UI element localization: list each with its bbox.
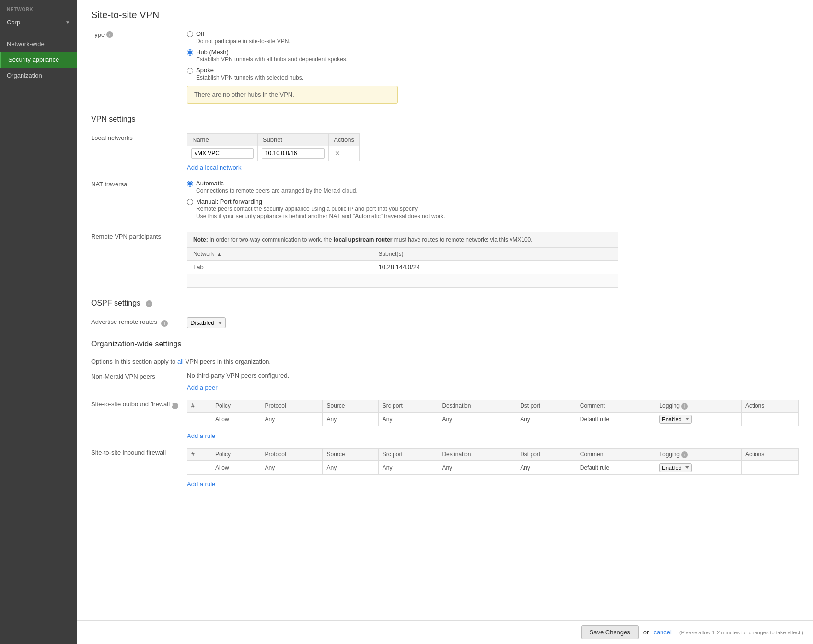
remote-vpn-section: Remote VPN participants Note: In order f… <box>91 232 799 288</box>
type-option-hub: Hub (Mesh) Establish VPN tunnels with al… <box>187 48 799 63</box>
sidebar-org-name: Corp <box>7 19 20 26</box>
fw-out-logging-select[interactable]: Enabled Disabled <box>659 415 692 424</box>
fw-in-policy: Allow <box>211 460 261 474</box>
local-networks-section: Local networks Name Subnet Actions <box>91 133 799 171</box>
ln-name-cell <box>187 146 258 161</box>
ospf-info-icon[interactable]: i <box>146 300 152 307</box>
fw-in-col-dstport: Dst port <box>516 448 576 460</box>
ln-name-input[interactable] <box>191 148 254 159</box>
vpn-empty-row <box>187 274 618 288</box>
nat-manual-desc2: Use this if your security appliance is b… <box>196 213 445 219</box>
table-row: Allow Any Any Any Any Any Default rule E… <box>187 460 799 474</box>
fw-out-logging-cell: Enabled Disabled <box>655 412 742 426</box>
nat-manual-label: Manual: Port forwarding <box>196 198 445 205</box>
fw-in-logging-select[interactable]: Enabled Disabled <box>659 463 692 472</box>
nat-manual-desc1: Remote peers contact the security applia… <box>196 206 445 212</box>
fw-out-policy: Allow <box>211 412 261 426</box>
outbound-fw-info-icon[interactable]: i <box>172 402 178 409</box>
sidebar-item-organization[interactable]: Organization <box>0 68 77 83</box>
non-meraki-vpn-content: No third-party VPN peers configured. Add… <box>187 372 799 391</box>
vpn-network-cell: Lab <box>187 261 372 274</box>
outbound-firewall-section: Site-to-site outbound firewall i # Polic… <box>91 400 799 439</box>
non-meraki-vpn-section: Non-Meraki VPN peers No third-party VPN … <box>91 372 799 391</box>
non-meraki-vpn-label: Non-Meraki VPN peers <box>91 372 187 391</box>
save-changes-button[interactable]: Save Changes <box>581 625 639 639</box>
main-content: Site-to-site VPN Type i Off Do not parti… <box>77 0 813 644</box>
fw-in-srcport: Any <box>378 460 438 474</box>
inbound-firewall-table: # Policy Protocol Source Src port Destin… <box>187 448 799 475</box>
fw-out-protocol: Any <box>261 412 323 426</box>
fw-in-actions <box>741 460 798 474</box>
inbound-firewall-content: # Policy Protocol Source Src port Destin… <box>187 448 799 488</box>
ospf-settings-header: OSPF settings i <box>91 299 799 310</box>
chevron-down-icon: ▼ <box>65 20 70 25</box>
vpn-col-network: Network ▲ <box>187 248 372 261</box>
local-networks-table: Name Subnet Actions ✕ <box>187 133 360 161</box>
all-text: all <box>177 358 184 365</box>
ln-col-name: Name <box>187 134 258 146</box>
ospf-advertise-label: Advertise remote routes i <box>91 317 187 328</box>
ln-remove-button[interactable]: ✕ <box>333 150 342 157</box>
add-peer-link[interactable]: Add a peer <box>187 384 218 391</box>
fw-out-col-protocol: Protocol <box>261 400 323 413</box>
local-networks-label: Local networks <box>91 133 187 171</box>
org-wide-settings-header: Organization-wide settings <box>91 340 799 351</box>
type-hub-radio[interactable] <box>187 49 193 56</box>
ospf-advertise-row: Disabled Enabled <box>187 317 799 328</box>
ln-subnet-input[interactable] <box>262 148 325 159</box>
or-text: or <box>643 629 649 636</box>
nat-automatic-radio[interactable] <box>187 181 193 187</box>
fw-in-dstport: Any <box>516 460 576 474</box>
remote-vpn-table: Network ▲ Subnet(s) Lab 10.28.144.0/24 <box>187 247 618 288</box>
fw-out-logging-info-icon[interactable]: i <box>681 403 688 410</box>
type-option-spoke: Spoke Establish VPN tunnels with selecte… <box>187 67 799 81</box>
fw-out-comment: Default rule <box>576 412 655 426</box>
add-outbound-rule-link[interactable]: Add a rule <box>187 432 215 439</box>
sidebar-item-network-wide[interactable]: Network-wide <box>0 36 77 52</box>
save-note: (Please allow 1-2 minutes for changes to… <box>679 630 803 635</box>
ln-col-subnet: Subnet <box>257 134 329 146</box>
ospf-advertise-section: Advertise remote routes i Disabled Enabl… <box>91 317 799 328</box>
ospf-advertise-info-icon[interactable]: i <box>161 320 168 327</box>
fw-in-col-comment: Comment <box>576 448 655 460</box>
page-title: Site-to-site VPN <box>91 10 799 21</box>
type-info-icon[interactable]: i <box>106 31 113 38</box>
org-wide-desc: Options in this section apply to all VPN… <box>91 358 799 365</box>
nat-manual-radio[interactable] <box>187 199 193 205</box>
fw-in-source: Any <box>323 460 378 474</box>
vpn-col-subnets: Subnet(s) <box>372 248 618 261</box>
inbound-firewall-label: Site-to-site inbound firewall <box>91 448 187 488</box>
type-spoke-desc: Establish VPN tunnels with selected hubs… <box>196 74 303 81</box>
save-bar: Save Changes or cancel (Please allow 1-2… <box>77 620 813 644</box>
hub-notice: There are no other hubs in the VPN. <box>187 86 398 104</box>
sort-icon: ▲ <box>217 252 221 257</box>
fw-in-logging-info-icon[interactable]: i <box>681 451 688 458</box>
nat-traversal-section: NAT traversal Automatic Connections to r… <box>91 180 799 223</box>
table-row <box>187 274 618 288</box>
ospf-advertise-select[interactable]: Disabled Enabled <box>187 317 226 328</box>
fw-out-col-policy: Policy <box>211 400 261 413</box>
table-row: Lab 10.28.144.0/24 <box>187 261 618 274</box>
type-off-desc: Do not participate in site-to-site VPN. <box>196 38 290 45</box>
add-inbound-rule-link[interactable]: Add a rule <box>187 481 215 488</box>
local-networks-content: Name Subnet Actions ✕ <box>187 133 799 171</box>
sidebar-item-security-appliance[interactable]: Security appliance <box>0 52 77 68</box>
vpn-settings-header: VPN settings <box>91 115 799 126</box>
table-row: ✕ <box>187 146 360 161</box>
fw-in-col-protocol: Protocol <box>261 448 323 460</box>
type-options: Off Do not participate in site-to-site V… <box>187 30 799 104</box>
sidebar-org-selector[interactable]: Corp ▼ <box>0 15 77 30</box>
type-spoke-radio[interactable] <box>187 68 193 74</box>
cancel-link[interactable]: cancel <box>653 629 672 636</box>
fw-out-actions <box>741 412 798 426</box>
fw-out-col-num: # <box>187 400 211 413</box>
fw-in-col-source: Source <box>323 448 378 460</box>
fw-in-col-dest: Destination <box>438 448 516 460</box>
add-local-network-link[interactable]: Add a local network <box>187 164 241 171</box>
fw-in-col-logging: Logging i <box>655 448 742 460</box>
nat-automatic-desc: Connections to remote peers are arranged… <box>196 187 358 194</box>
inbound-firewall-section: Site-to-site inbound firewall # Policy P… <box>91 448 799 488</box>
type-off-radio[interactable] <box>187 31 193 37</box>
sidebar: NETWORK Corp ▼ Network-wide Security app… <box>0 0 77 644</box>
remote-vpn-note: Note: In order for two-way communication… <box>187 232 618 247</box>
